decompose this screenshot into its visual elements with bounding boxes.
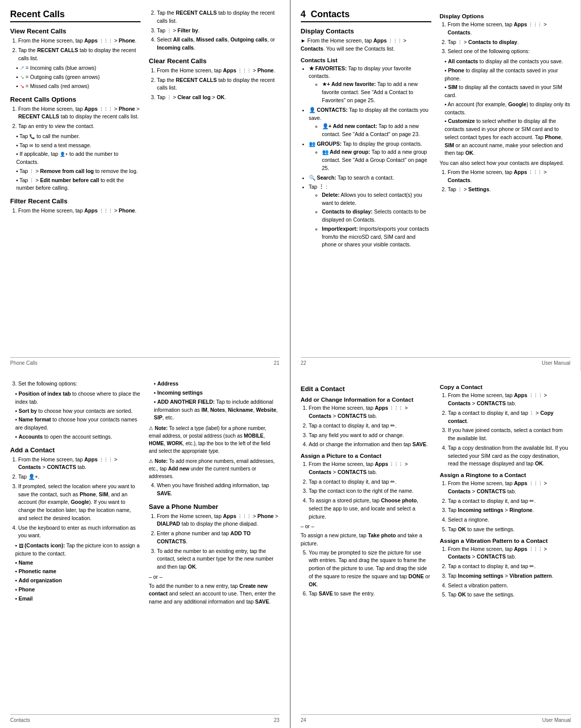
list-item: ▪ Tap ⋮ > Remove from call log to remove… <box>16 167 141 176</box>
list-item: Set the following options: <box>18 380 141 388</box>
list-item: 👥 Add new group: Tap to add a new group … <box>322 148 432 172</box>
list-item: Use the keyboard to enter as much inform… <box>18 524 141 540</box>
list-item: ▪ Phone <box>15 586 141 594</box>
list-item: To add the number to an existing entry, … <box>157 547 279 571</box>
col-contacts-intro: 4 Contacts Display Contacts ► From the H… <box>301 9 432 253</box>
list-item: ↘ = Outgoing calls (green arrows) <box>16 73 141 81</box>
list-add-contact: From the Home screen, tap Apps ⋮⋮⋮ > Con… <box>10 456 141 540</box>
list-also-select: From the Home screen, tap Apps ⋮⋮⋮ > Con… <box>439 168 570 194</box>
right-spread-22: 4 Contacts Display Contacts ► From the H… <box>291 0 582 371</box>
sub-list-more: Delete: Allows you to select contact(s) … <box>314 191 432 249</box>
list-item: Tap the RECENT CALLS tab to display the … <box>18 47 141 63</box>
list-item: Select a vibration pattern. <box>448 582 571 590</box>
list-item: 👥 GROUPS: Tap to display the group conta… <box>309 140 432 172</box>
list-view-recent: From the Home screen, tap Apps ⋮⋮⋮ > Pho… <box>10 37 141 62</box>
list-item: Tap the RECENT CALLS tab to display the … <box>157 76 279 93</box>
heading-display-contacts: Display Contacts <box>301 27 432 35</box>
section-display-options: Display Options From the Home screen, ta… <box>439 13 570 194</box>
list-display-options: From the Home screen, tap Apps ⋮⋮⋮ > Con… <box>439 21 570 56</box>
left-spread: Recent Calls View Recent Calls From the … <box>0 0 291 371</box>
section-recent-calls-options: Recent Calls Options From the Home scree… <box>10 96 141 193</box>
sub-list-add-contact-fields2: ▪ Address ▪ Incoming settings ▪ ADD ANOT… <box>149 380 279 422</box>
heading-assign-vibration: Assign a Vibration Pattern to a Contact <box>440 538 571 544</box>
list-item: Tap a contact to display it, and tap ✏. <box>309 478 432 486</box>
list-item: You may be prompted to size the picture … <box>309 549 432 589</box>
list-item: From the Home screen, tap Apps ⋮⋮⋮ > Pho… <box>157 512 279 529</box>
list-item: ▪ Add organization <box>15 577 141 585</box>
list-item: ▪ Name <box>15 559 141 567</box>
section-filter-recent-calls: Filter Recent Calls From the Home screen… <box>10 197 141 215</box>
list-item: Tap the RECENT CALLS tab to display the … <box>157 9 279 25</box>
heading-recent-calls: Recent Calls <box>10 9 141 22</box>
list-item: Tap ⋮ > Clear call log > OK. <box>157 94 279 102</box>
list-filter-cont: Tap the RECENT CALLS tab to display the … <box>149 9 279 52</box>
col-recent-calls-main: Recent Calls View Recent Calls From the … <box>10 9 141 219</box>
list-item: Tap Incoming settings > Vibration patter… <box>448 572 571 580</box>
list-item: ▪ All contacts to display all the contac… <box>444 58 570 66</box>
list-item: To assign a stored picture, tap Choose p… <box>309 497 432 521</box>
list-save-info: When you have finished adding informatio… <box>149 482 279 498</box>
list-item: Delete: Allows you to select contact(s) … <box>322 191 432 207</box>
note-add-more: ⚠ Note: To add more phone numbers, email… <box>149 457 279 480</box>
section-edit-contact: Edit a Contact Add or Change Information… <box>301 385 432 598</box>
list-item: Tap a contact to display it, and tap ⋮ >… <box>448 409 571 425</box>
list-item: Tap a contact to display it, and tap ✏. <box>448 563 571 571</box>
heading-assign-picture: Assign a Picture to a Contact <box>301 453 432 459</box>
col-add-contact-main: Set the following options: ▪ Position of… <box>10 380 141 610</box>
note-type-label: ⚠ Note: To select a type (label) for a p… <box>149 424 279 455</box>
list-item: From the Home screen, tap Apps ⋮⋮⋮ > Pho… <box>18 37 141 45</box>
list-item: ↗ = Incoming calls (blue arrows) <box>16 64 141 72</box>
list-item: ▪ Incoming settings <box>154 389 279 397</box>
list-item: Tap 👤+. <box>18 473 141 481</box>
list-item: From the Home screen, tap Apps ⋮⋮⋮ > Pho… <box>18 105 141 121</box>
list-assign-picture: From the Home screen, tap Apps ⋮⋮⋮ > Con… <box>301 460 432 521</box>
list-filter-recent: From the Home screen, tap Apps ⋮⋮⋮ > Pho… <box>10 207 141 215</box>
list-item: From the Home screen, tap Apps ⋮⋮⋮ > Con… <box>448 168 570 185</box>
list-item: Tap SAVE to save the entry. <box>309 590 432 598</box>
list-item: Import/export: Imports/exports your cont… <box>322 225 432 249</box>
list-item: Tap ⋮ > Settings. <box>448 186 570 194</box>
list-item: When you have finished adding informatio… <box>157 482 279 498</box>
list-item: ▪ Phonetic name <box>15 568 141 576</box>
heading-view-recent-calls: View Recent Calls <box>10 27 141 35</box>
sub-list-settings: ▪ Position of index tab to choose where … <box>10 390 141 441</box>
page-24: Edit a Contact Add or Change Information… <box>291 371 582 728</box>
list-item: ▪ Accounts to open the account settings. <box>15 433 141 441</box>
list-item: Select one of the following options: <box>448 48 570 56</box>
list-item: Tap ⋮ > Contacts to display. <box>448 38 570 47</box>
section-assign-vibration: Assign a Vibration Pattern to a Contact … <box>440 538 571 599</box>
list-item: If prompted, select the location where y… <box>18 483 141 523</box>
list-item: Enter a phone number and tap ADD TO CONT… <box>157 530 279 546</box>
para-or-1: – or – <box>149 573 279 581</box>
page-container: Recent Calls View Recent Calls From the … <box>0 0 581 728</box>
list-item: ▪ Tap 📞 to call the number. <box>16 133 141 141</box>
list-contacts-list: ★ FAVORITES: Tap to display your favorit… <box>301 65 432 249</box>
sub-list-favorites: ★+ Add new favorite: Tap to add a new fa… <box>314 80 432 104</box>
list-save-phone: From the Home screen, tap Apps ⋮⋮⋮ > Pho… <box>149 512 279 571</box>
list-clear-recent: From the Home screen, tap Apps ⋮⋮⋮ > Pho… <box>149 67 279 102</box>
list-item: Tap a contact to display it, and tap ✏. <box>448 497 571 505</box>
list-item: If you have joined contacts, select a co… <box>448 426 571 443</box>
footer-right-24: User Manual <box>542 717 571 723</box>
list-item: ▪ If applicable, tap 👤+ to add the numbe… <box>16 150 141 166</box>
list-item: From the Home screen, tap Apps ⋮⋮⋮ > Pho… <box>157 67 279 75</box>
list-item: ▪ Position of index tab to choose where … <box>15 390 141 406</box>
heading-copy-contact: Copy a Contact <box>440 384 571 390</box>
col-edit-contact: Edit a Contact Add or Change Information… <box>301 380 432 603</box>
footer-right-22: User Manual <box>542 360 570 366</box>
section-save-phone-number: Save a Phone Number From the Home screen… <box>149 503 279 606</box>
sub-list-display-opts: ▪ All contacts to display all the contac… <box>439 58 570 157</box>
list-item: From the Home screen, tap Apps ⋮⋮⋮ > Con… <box>448 545 571 562</box>
heading-add-contact: Add a Contact <box>10 446 141 454</box>
footer-left-22: 22 <box>301 360 306 366</box>
para-or-2: – or – <box>301 523 432 531</box>
list-item: ▪ ADD ANOTHER FIELD: Tap to include addi… <box>154 398 279 422</box>
list-assign-picture-cont: You may be prompted to size the picture … <box>301 549 432 598</box>
heading-contacts-list: Contacts List <box>301 57 432 63</box>
list-add-change-info: From the Home screen, tap Apps ⋮⋮⋮ > Con… <box>301 404 432 449</box>
section-assign-ringtone: Assign a Ringtone to a Contact From the … <box>440 472 571 534</box>
section-view-recent-calls: View Recent Calls From the Home screen, … <box>10 27 141 91</box>
section-display-contacts: Display Contacts ► From the Home screen,… <box>301 27 432 249</box>
list-item: 🔍 Search: Tap to search a contact. <box>309 174 432 182</box>
list-item: ▪ Name format to choose how your contact… <box>15 416 141 432</box>
